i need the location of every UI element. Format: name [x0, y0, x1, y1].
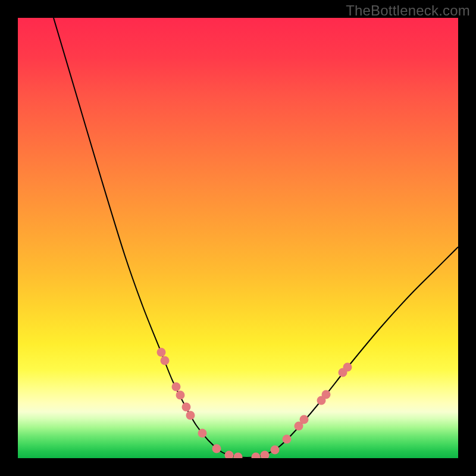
marker-dots — [157, 348, 352, 459]
marker-dot — [198, 429, 207, 438]
marker-dot — [252, 453, 261, 459]
marker-dot — [176, 391, 185, 400]
marker-dot — [161, 356, 170, 365]
marker-dot — [271, 446, 280, 455]
marker-dot — [261, 451, 270, 459]
marker-dot — [172, 383, 181, 392]
marker-dot — [182, 403, 191, 412]
watermark-text: TheBottleneck.com — [346, 2, 470, 19]
marker-dot — [322, 390, 331, 399]
marker-dot — [343, 363, 352, 372]
chart-svg — [18, 18, 458, 458]
chart-frame: TheBottleneck.com — [0, 0, 476, 476]
marker-dot — [157, 348, 166, 357]
marker-dot — [283, 435, 292, 444]
marker-dot — [234, 453, 243, 459]
marker-dot — [212, 444, 221, 453]
bottleneck-curve — [54, 18, 458, 458]
marker-dot — [186, 411, 195, 420]
marker-dot — [225, 451, 234, 459]
plot-area — [18, 18, 458, 458]
marker-dot — [300, 415, 309, 424]
